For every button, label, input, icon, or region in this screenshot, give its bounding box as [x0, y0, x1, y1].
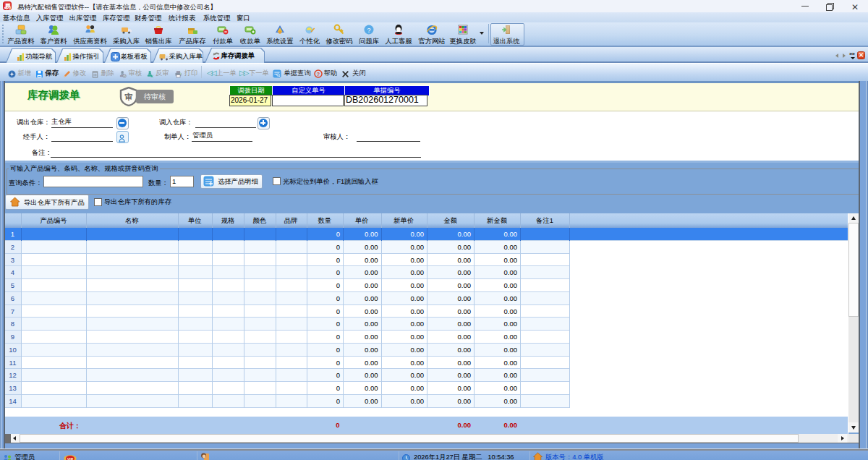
svg-text:?: ? [367, 27, 370, 34]
svg-text:审: 审 [125, 93, 133, 101]
svg-text:?: ? [317, 70, 320, 77]
svg-text:VIP: VIP [67, 457, 74, 460]
